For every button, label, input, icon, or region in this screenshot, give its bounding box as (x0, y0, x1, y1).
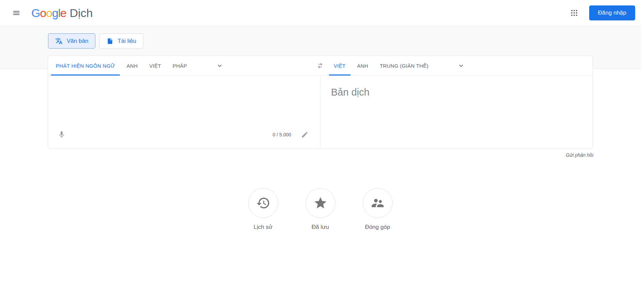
send-feedback-link[interactable]: Gửi phản hồi (566, 152, 593, 158)
mode-tab-text-label: Văn bản (67, 38, 88, 45)
translate-icon (55, 37, 63, 45)
counter-group: 0 / 5.000 (273, 131, 309, 139)
mode-tabs: Văn bản Tài liệu (48, 33, 143, 49)
translation-placeholder: Bản dịch (331, 87, 593, 98)
voice-input-button[interactable] (55, 128, 68, 141)
pencil-icon (301, 131, 309, 138)
apps-grid-icon (571, 10, 578, 16)
source-tab-vietnamese[interactable]: VIỆT (144, 56, 166, 75)
chevron-down-icon (216, 62, 223, 69)
target-tab-vietnamese[interactable]: VIỆT (329, 56, 350, 75)
mode-tab-text[interactable]: Văn bản (48, 33, 95, 49)
translator-card: PHÁT HIỆN NGÔN NGỮ ANH VIỆT PHÁP VIỆT AN… (48, 55, 593, 149)
target-tab-chinese-simplified[interactable]: TRUNG (GIẢN THỂ) (375, 56, 433, 75)
swap-languages-icon (316, 61, 325, 70)
star-icon (313, 196, 328, 210)
source-text-input[interactable] (58, 83, 310, 128)
mode-tab-document[interactable]: Tài liệu (99, 33, 143, 49)
input-controls: 0 / 5.000 (48, 128, 320, 141)
language-bar: PHÁT HIỆN NGÔN NGỮ ANH VIỆT PHÁP VIỆT AN… (48, 56, 593, 76)
main-menu-button[interactable] (8, 5, 25, 21)
mode-tab-document-label: Tài liệu (117, 38, 136, 45)
chevron-down-icon (457, 62, 465, 69)
source-language-tabs: PHÁT HIỆN NGÔN NGỮ ANH VIỆT PHÁP (48, 56, 312, 75)
hamburger-menu-icon (12, 9, 20, 17)
shortcuts-row: Lịch sử Đã lưu Đóng góp (48, 188, 593, 231)
more-source-languages-button[interactable] (211, 56, 228, 75)
translation-output-panel: Bản dịch (320, 76, 593, 148)
google-apps-button[interactable] (566, 5, 582, 21)
contribute-shortcut[interactable]: Đóng góp (363, 188, 393, 231)
history-circle-button[interactable] (248, 188, 278, 218)
contribute-label: Đóng góp (365, 224, 390, 231)
saved-shortcut[interactable]: Đã lưu (305, 188, 335, 231)
target-tab-english[interactable]: ANH (352, 56, 373, 75)
history-icon (256, 196, 270, 210)
source-text-panel: 0 / 5.000 (48, 76, 320, 148)
target-language-tabs: VIỆT ANH TRUNG (GIẢN THỂ) (328, 56, 593, 75)
handwriting-input-button[interactable] (301, 131, 309, 139)
translator-body: 0 / 5.000 Bản dịch (48, 76, 593, 148)
history-label: Lịch sử (254, 224, 273, 231)
microphone-icon (58, 131, 66, 139)
top-bar-actions: Đăng nhập (566, 5, 635, 21)
contribute-icon (371, 196, 385, 210)
source-tab-french[interactable]: PHÁP (168, 56, 192, 75)
saved-circle-button[interactable] (305, 188, 335, 218)
source-tab-detect-language[interactable]: PHÁT HIỆN NGÔN NGỮ (51, 56, 120, 75)
logo-product-name: Dịch (69, 6, 93, 20)
google-logo-wordmark: Google (31, 6, 66, 20)
source-tab-english[interactable]: ANH (122, 56, 143, 75)
character-counter: 0 / 5.000 (273, 132, 292, 137)
saved-label: Đã lưu (312, 224, 329, 231)
history-shortcut[interactable]: Lịch sử (248, 188, 278, 231)
top-bar: Google Dịch Đăng nhập (0, 0, 644, 26)
more-target-languages-button[interactable] (453, 56, 469, 75)
google-translate-logo[interactable]: Google Dịch (31, 6, 93, 20)
contribute-circle-button[interactable] (363, 188, 393, 218)
document-icon (107, 38, 113, 45)
sign-in-button[interactable]: Đăng nhập (589, 5, 635, 20)
swap-languages-button[interactable] (312, 57, 328, 74)
